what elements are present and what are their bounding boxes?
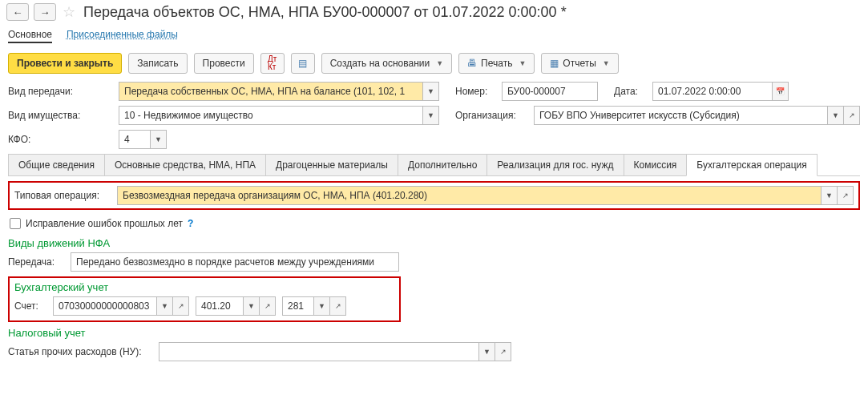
dt-kt-icon: ДтКт bbox=[268, 55, 277, 71]
date-label: Дата: bbox=[614, 86, 646, 97]
open-button[interactable]: ↗ bbox=[844, 106, 860, 125]
open-button[interactable]: ↗ bbox=[173, 296, 189, 316]
other-exp-field[interactable] bbox=[159, 342, 479, 361]
nfa-section-title: Виды движений НФА bbox=[8, 237, 860, 249]
reports-icon: ▦ bbox=[550, 58, 559, 69]
dropdown-button[interactable]: ▼ bbox=[828, 106, 844, 125]
date-field[interactable]: 01.07.2022 0:00:00 bbox=[652, 82, 773, 101]
post-and-close-button[interactable]: Провести и закрыть bbox=[8, 53, 122, 74]
dropdown-button[interactable]: ▼ bbox=[423, 82, 439, 101]
dt-kt-button[interactable]: ДтКт bbox=[260, 53, 285, 74]
dropdown-button[interactable]: ▼ bbox=[314, 296, 330, 316]
page-title: Передача объектов ОС, НМА, НПА БУ00-0000… bbox=[83, 4, 567, 21]
chevron-down-icon: ▼ bbox=[603, 59, 610, 67]
tax-section-title: Налоговый учет bbox=[8, 327, 860, 339]
org-label: Организация: bbox=[455, 110, 527, 121]
tab-main[interactable]: Основное bbox=[8, 29, 52, 43]
help-icon[interactable]: ? bbox=[188, 218, 193, 229]
other-exp-label: Статья прочих расходов (НУ): bbox=[8, 346, 152, 357]
account3-field[interactable]: 281 bbox=[282, 296, 314, 316]
dropdown-button[interactable]: ▼ bbox=[244, 296, 260, 316]
property-type-field[interactable]: 10 - Недвижимое имущество bbox=[119, 106, 423, 125]
list-button[interactable]: ▤ bbox=[291, 53, 315, 74]
open-button[interactable]: ↗ bbox=[838, 186, 854, 205]
number-label: Номер: bbox=[455, 86, 495, 97]
open-button[interactable]: ↗ bbox=[330, 296, 346, 316]
typical-op-label: Типовая операция: bbox=[14, 190, 111, 201]
typical-op-field[interactable]: Безвозмездная передача организациям ОС, … bbox=[117, 186, 822, 205]
tab-gov-needs[interactable]: Реализация для гос. нужд bbox=[486, 154, 624, 175]
transfer-type-field[interactable]: Передача собственных ОС, НМА, НПА на бал… bbox=[119, 82, 423, 101]
dropdown-button[interactable]: ▼ bbox=[157, 296, 173, 316]
accounting-section-title: Бухгалтерский учет bbox=[14, 281, 394, 293]
dropdown-button[interactable]: ▼ bbox=[151, 130, 167, 149]
tab-additional[interactable]: Дополнительно bbox=[398, 154, 487, 175]
kfo-label: КФО: bbox=[8, 134, 112, 145]
list-icon: ▤ bbox=[298, 58, 307, 69]
dropdown-button[interactable]: ▼ bbox=[822, 186, 838, 205]
dropdown-button[interactable]: ▼ bbox=[479, 342, 495, 361]
reports-button[interactable]: ▦Отчеты▼ bbox=[541, 53, 618, 74]
tab-fixed-assets[interactable]: Основные средства, НМА, НПА bbox=[104, 154, 266, 175]
number-field[interactable]: БУ00-000007 bbox=[502, 82, 598, 101]
chevron-down-icon: ▼ bbox=[519, 59, 526, 67]
print-icon: 🖶 bbox=[467, 58, 477, 69]
errors-fix-label: Исправление ошибок прошлых лет bbox=[26, 218, 183, 229]
errors-fix-checkbox[interactable] bbox=[10, 218, 21, 229]
print-button[interactable]: 🖶Печать▼ bbox=[458, 53, 535, 74]
kfo-field[interactable]: 4 bbox=[119, 130, 151, 149]
transfer-type-label: Вид передачи: bbox=[8, 86, 112, 97]
tab-attached-files[interactable]: Присоединенные файлы bbox=[67, 29, 178, 43]
tab-commission[interactable]: Комиссия bbox=[624, 154, 688, 175]
open-button[interactable]: ↗ bbox=[495, 342, 511, 361]
org-field[interactable]: ГОБУ ВПО Университет искусств (Субсидия) bbox=[534, 106, 828, 125]
tab-accounting-op[interactable]: Бухгалтерская операция bbox=[686, 154, 817, 176]
save-button[interactable]: Записать bbox=[128, 53, 187, 74]
transfer-label: Передача: bbox=[8, 256, 64, 268]
tab-precious[interactable]: Драгоценные материалы bbox=[265, 154, 398, 175]
transfer-value-field[interactable]: Передано безвозмездно в порядке расчетов… bbox=[71, 252, 399, 272]
chevron-down-icon: ▼ bbox=[436, 59, 443, 67]
property-type-label: Вид имущества: bbox=[8, 110, 112, 121]
post-button[interactable]: Провести bbox=[194, 53, 254, 74]
account2-field[interactable]: 401.20 bbox=[196, 296, 244, 316]
calendar-button[interactable]: 📅 bbox=[773, 82, 789, 101]
create-based-button[interactable]: Создать на основании▼ bbox=[321, 53, 452, 74]
tab-general[interactable]: Общие сведения bbox=[8, 154, 105, 175]
forward-button[interactable]: → bbox=[34, 3, 56, 21]
account-label: Счет: bbox=[14, 300, 46, 312]
open-button[interactable]: ↗ bbox=[260, 296, 276, 316]
favorite-star-icon[interactable]: ☆ bbox=[63, 3, 75, 21]
dropdown-button[interactable]: ▼ bbox=[423, 106, 439, 125]
account1-field[interactable]: 07030000000000803 bbox=[53, 296, 157, 316]
back-button[interactable]: ← bbox=[6, 3, 29, 21]
